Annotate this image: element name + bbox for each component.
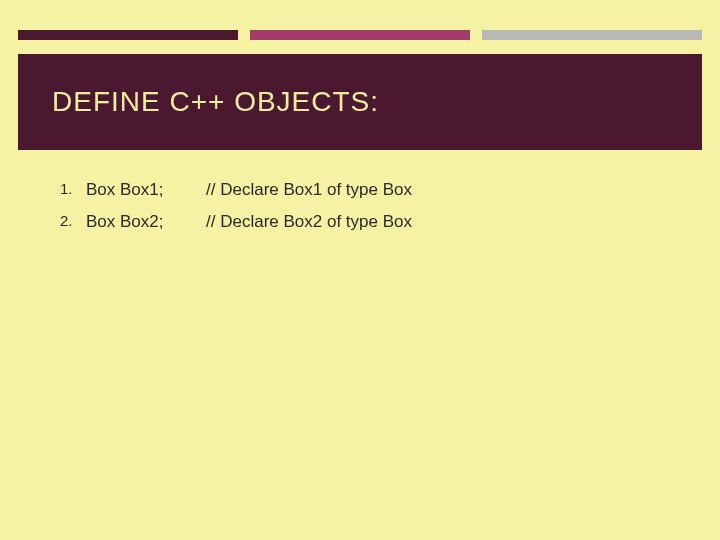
list-item: Box Box1; // Declare Box1 of type Box [60,180,680,200]
stripe-gray [482,30,702,40]
list-item: Box Box2; // Declare Box2 of type Box [60,212,680,232]
slide-title: DEFINE C++ OBJECTS: [52,86,379,118]
content-area: Box Box1; // Declare Box1 of type Box Bo… [60,180,680,244]
code-text: Box Box1; [86,180,206,200]
title-block: DEFINE C++ OBJECTS: [18,54,702,150]
stripe-magenta [250,30,470,40]
code-list: Box Box1; // Declare Box1 of type Box Bo… [60,180,680,232]
comment-text: // Declare Box2 of type Box [206,212,680,232]
accent-stripe-row [18,30,702,40]
stripe-dark [18,30,238,40]
comment-text: // Declare Box1 of type Box [206,180,680,200]
code-text: Box Box2; [86,212,206,232]
